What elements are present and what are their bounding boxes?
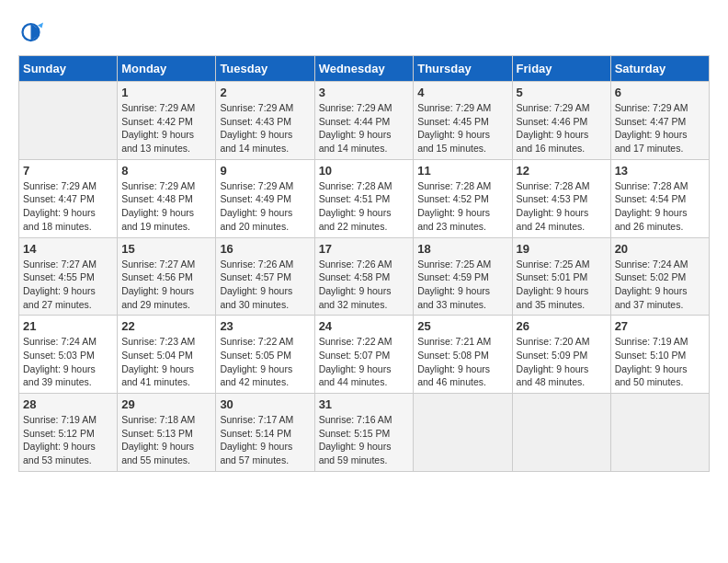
- calendar-week-row: 21 Sunrise: 7:24 AMSunset: 5:03 PMDaylig…: [19, 316, 710, 394]
- calendar-cell: [512, 394, 610, 472]
- calendar-cell: 6 Sunrise: 7:29 AMSunset: 4:47 PMDayligh…: [610, 82, 709, 160]
- day-number: 30: [220, 397, 310, 411]
- calendar-week-row: 7 Sunrise: 7:29 AMSunset: 4:47 PMDayligh…: [19, 159, 710, 237]
- day-info: Sunrise: 7:28 AMSunset: 4:52 PMDaylight:…: [417, 179, 507, 234]
- day-number: 3: [319, 86, 410, 99]
- calendar-cell: 4 Sunrise: 7:29 AMSunset: 4:45 PMDayligh…: [414, 82, 512, 160]
- day-info: Sunrise: 7:29 AMSunset: 4:42 PMDaylight:…: [121, 101, 211, 155]
- day-number: 27: [615, 319, 705, 333]
- day-info: Sunrise: 7:29 AMSunset: 4:46 PMDaylight:…: [517, 101, 607, 155]
- day-number: 7: [23, 164, 113, 178]
- page-header: [18, 18, 710, 46]
- day-info: Sunrise: 7:21 AMSunset: 5:08 PMDaylight:…: [417, 335, 507, 389]
- day-number: 5: [517, 86, 607, 99]
- day-info: Sunrise: 7:19 AMSunset: 5:10 PMDaylight:…: [615, 335, 705, 389]
- calendar-cell: 2 Sunrise: 7:29 AMSunset: 4:43 PMDayligh…: [216, 82, 314, 160]
- day-header-sunday: Sunday: [19, 56, 118, 82]
- day-info: Sunrise: 7:25 AMSunset: 4:59 PMDaylight:…: [417, 258, 507, 312]
- day-header-tuesday: Tuesday: [216, 56, 314, 82]
- calendar-cell: 16 Sunrise: 7:26 AMSunset: 4:57 PMDaylig…: [216, 237, 314, 316]
- day-number: 18: [417, 242, 507, 256]
- calendar-cell: 11 Sunrise: 7:28 AMSunset: 4:52 PMDaylig…: [414, 159, 512, 237]
- day-number: 21: [23, 319, 113, 333]
- day-info: Sunrise: 7:19 AMSunset: 5:12 PMDaylight:…: [23, 413, 113, 467]
- day-number: 31: [319, 397, 410, 411]
- calendar-cell: 27 Sunrise: 7:19 AMSunset: 5:10 PMDaylig…: [610, 316, 709, 394]
- logo: [18, 18, 50, 46]
- calendar-cell: 26 Sunrise: 7:20 AMSunset: 5:09 PMDaylig…: [512, 316, 610, 394]
- day-info: Sunrise: 7:28 AMSunset: 4:51 PMDaylight:…: [319, 179, 410, 234]
- day-info: Sunrise: 7:29 AMSunset: 4:45 PMDaylight:…: [417, 101, 507, 155]
- day-info: Sunrise: 7:22 AMSunset: 5:07 PMDaylight:…: [319, 335, 410, 389]
- day-info: Sunrise: 7:26 AMSunset: 4:58 PMDaylight:…: [319, 258, 410, 312]
- day-number: 16: [220, 242, 310, 256]
- calendar-cell: 17 Sunrise: 7:26 AMSunset: 4:58 PMDaylig…: [314, 237, 414, 316]
- day-number: 14: [23, 242, 113, 256]
- day-info: Sunrise: 7:29 AMSunset: 4:49 PMDaylight:…: [220, 179, 310, 234]
- calendar-cell: 19 Sunrise: 7:25 AMSunset: 5:01 PMDaylig…: [512, 237, 610, 316]
- calendar-cell: 21 Sunrise: 7:24 AMSunset: 5:03 PMDaylig…: [19, 316, 118, 394]
- calendar-week-row: 14 Sunrise: 7:27 AMSunset: 4:55 PMDaylig…: [19, 237, 710, 316]
- calendar-cell: 29 Sunrise: 7:18 AMSunset: 5:13 PMDaylig…: [118, 394, 216, 472]
- day-info: Sunrise: 7:18 AMSunset: 5:13 PMDaylight:…: [121, 413, 211, 467]
- calendar-week-row: 1 Sunrise: 7:29 AMSunset: 4:42 PMDayligh…: [19, 82, 710, 160]
- calendar-cell: 23 Sunrise: 7:22 AMSunset: 5:05 PMDaylig…: [216, 316, 314, 394]
- calendar-cell: 31 Sunrise: 7:16 AMSunset: 5:15 PMDaylig…: [314, 394, 414, 472]
- day-number: 25: [417, 319, 507, 333]
- calendar-cell: 30 Sunrise: 7:17 AMSunset: 5:14 PMDaylig…: [216, 394, 314, 472]
- calendar-cell: 28 Sunrise: 7:19 AMSunset: 5:12 PMDaylig…: [19, 394, 118, 472]
- calendar-cell: [414, 394, 512, 472]
- day-number: 2: [220, 86, 310, 99]
- calendar-cell: 5 Sunrise: 7:29 AMSunset: 4:46 PMDayligh…: [512, 82, 610, 160]
- calendar-cell: 20 Sunrise: 7:24 AMSunset: 5:02 PMDaylig…: [610, 237, 709, 316]
- day-header-thursday: Thursday: [414, 56, 512, 82]
- calendar-cell: 13 Sunrise: 7:28 AMSunset: 4:54 PMDaylig…: [610, 159, 709, 237]
- day-info: Sunrise: 7:29 AMSunset: 4:47 PMDaylight:…: [23, 179, 113, 234]
- day-number: 26: [517, 319, 607, 333]
- day-info: Sunrise: 7:28 AMSunset: 4:54 PMDaylight:…: [615, 179, 705, 234]
- calendar-cell: 8 Sunrise: 7:29 AMSunset: 4:48 PMDayligh…: [118, 159, 216, 237]
- day-number: 8: [121, 164, 211, 178]
- day-number: 19: [517, 242, 607, 256]
- day-info: Sunrise: 7:23 AMSunset: 5:04 PMDaylight:…: [121, 335, 211, 389]
- calendar-cell: [19, 82, 118, 160]
- calendar-cell: 25 Sunrise: 7:21 AMSunset: 5:08 PMDaylig…: [414, 316, 512, 394]
- calendar-cell: 14 Sunrise: 7:27 AMSunset: 4:55 PMDaylig…: [19, 237, 118, 316]
- day-info: Sunrise: 7:25 AMSunset: 5:01 PMDaylight:…: [517, 258, 607, 312]
- day-header-friday: Friday: [512, 56, 610, 82]
- day-header-saturday: Saturday: [610, 56, 709, 82]
- day-info: Sunrise: 7:17 AMSunset: 5:14 PMDaylight:…: [220, 413, 310, 467]
- day-info: Sunrise: 7:22 AMSunset: 5:05 PMDaylight:…: [220, 335, 310, 389]
- day-number: 13: [615, 164, 705, 178]
- day-number: 17: [319, 242, 410, 256]
- day-number: 6: [615, 86, 705, 99]
- day-info: Sunrise: 7:29 AMSunset: 4:43 PMDaylight:…: [220, 101, 310, 155]
- calendar-table: SundayMondayTuesdayWednesdayThursdayFrid…: [18, 55, 710, 472]
- day-number: 9: [220, 164, 310, 178]
- day-info: Sunrise: 7:24 AMSunset: 5:03 PMDaylight:…: [23, 335, 113, 389]
- day-number: 4: [417, 86, 507, 99]
- calendar-cell: 12 Sunrise: 7:28 AMSunset: 4:53 PMDaylig…: [512, 159, 610, 237]
- calendar-cell: 3 Sunrise: 7:29 AMSunset: 4:44 PMDayligh…: [314, 82, 414, 160]
- day-info: Sunrise: 7:26 AMSunset: 4:57 PMDaylight:…: [220, 258, 310, 312]
- logo-icon: [18, 18, 46, 46]
- day-number: 29: [121, 397, 211, 411]
- day-info: Sunrise: 7:20 AMSunset: 5:09 PMDaylight:…: [517, 335, 607, 389]
- day-number: 22: [121, 319, 211, 333]
- day-header-monday: Monday: [118, 56, 216, 82]
- day-info: Sunrise: 7:24 AMSunset: 5:02 PMDaylight:…: [615, 258, 705, 312]
- day-number: 15: [121, 242, 211, 256]
- day-number: 20: [615, 242, 705, 256]
- calendar-cell: 18 Sunrise: 7:25 AMSunset: 4:59 PMDaylig…: [414, 237, 512, 316]
- day-info: Sunrise: 7:27 AMSunset: 4:56 PMDaylight:…: [121, 258, 211, 312]
- calendar-cell: 22 Sunrise: 7:23 AMSunset: 5:04 PMDaylig…: [118, 316, 216, 394]
- calendar-cell: 7 Sunrise: 7:29 AMSunset: 4:47 PMDayligh…: [19, 159, 118, 237]
- day-info: Sunrise: 7:16 AMSunset: 5:15 PMDaylight:…: [319, 413, 410, 467]
- day-header-wednesday: Wednesday: [314, 56, 414, 82]
- day-number: 11: [417, 164, 507, 178]
- day-number: 12: [517, 164, 607, 178]
- day-number: 28: [23, 397, 113, 411]
- calendar-cell: 9 Sunrise: 7:29 AMSunset: 4:49 PMDayligh…: [216, 159, 314, 237]
- day-info: Sunrise: 7:29 AMSunset: 4:48 PMDaylight:…: [121, 179, 211, 234]
- calendar-cell: 10 Sunrise: 7:28 AMSunset: 4:51 PMDaylig…: [314, 159, 414, 237]
